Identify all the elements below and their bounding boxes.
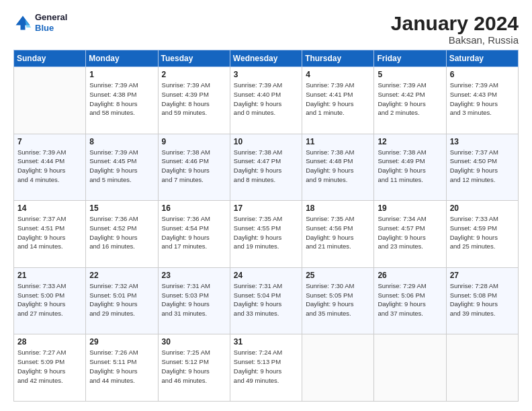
header-row: General Blue January 2024 Baksan, Russia <box>13 12 519 46</box>
day-number: 14 <box>17 203 82 213</box>
day-number: 13 <box>450 137 515 146</box>
calendar-cell: 10Sunrise: 7:38 AM Sunset: 4:47 PM Dayli… <box>230 134 302 201</box>
calendar-cell: 31Sunrise: 7:24 AM Sunset: 5:13 PM Dayli… <box>230 334 302 402</box>
cell-detail: Sunrise: 7:31 AM Sunset: 5:03 PM Dayligh… <box>162 281 226 318</box>
cell-detail: Sunrise: 7:38 AM Sunset: 4:48 PM Dayligh… <box>306 148 370 185</box>
day-number: 15 <box>89 203 154 213</box>
calendar-cell: 21Sunrise: 7:33 AM Sunset: 5:00 PM Dayli… <box>14 267 86 334</box>
week-row-1: 1Sunrise: 7:39 AM Sunset: 4:38 PM Daylig… <box>14 67 519 134</box>
cell-detail: Sunrise: 7:35 AM Sunset: 4:55 PM Dayligh… <box>234 214 298 251</box>
day-number: 25 <box>306 271 370 280</box>
main-title: January 2024 <box>391 12 519 34</box>
calendar-cell: 12Sunrise: 7:38 AM Sunset: 4:49 PM Dayli… <box>374 134 446 201</box>
calendar-cell: 30Sunrise: 7:25 AM Sunset: 5:12 PM Dayli… <box>158 334 230 402</box>
subtitle: Baksan, Russia <box>391 34 519 46</box>
week-row-4: 21Sunrise: 7:33 AM Sunset: 5:00 PM Dayli… <box>14 267 519 334</box>
calendar-cell: 29Sunrise: 7:26 AM Sunset: 5:11 PM Dayli… <box>86 334 158 402</box>
day-number: 8 <box>89 137 154 146</box>
day-number: 20 <box>450 203 515 213</box>
calendar-cell: 3Sunrise: 7:39 AM Sunset: 4:40 PM Daylig… <box>230 67 302 134</box>
calendar-cell: 13Sunrise: 7:37 AM Sunset: 4:50 PM Dayli… <box>446 134 518 201</box>
week-row-3: 14Sunrise: 7:37 AM Sunset: 4:51 PM Dayli… <box>14 201 519 268</box>
cell-detail: Sunrise: 7:39 AM Sunset: 4:44 PM Dayligh… <box>17 148 82 185</box>
cell-detail: Sunrise: 7:38 AM Sunset: 4:49 PM Dayligh… <box>378 148 442 185</box>
calendar-cell: 11Sunrise: 7:38 AM Sunset: 4:48 PM Dayli… <box>302 134 374 201</box>
title-block: January 2024 Baksan, Russia <box>391 12 519 46</box>
day-number: 23 <box>162 271 226 280</box>
day-number: 7 <box>17 137 82 146</box>
cell-detail: Sunrise: 7:37 AM Sunset: 4:51 PM Dayligh… <box>17 214 82 251</box>
day-number: 27 <box>450 271 515 280</box>
calendar-cell: 5Sunrise: 7:39 AM Sunset: 4:42 PM Daylig… <box>374 67 446 134</box>
week-row-2: 7Sunrise: 7:39 AM Sunset: 4:44 PM Daylig… <box>14 134 519 201</box>
day-number: 6 <box>450 70 515 79</box>
cell-detail: Sunrise: 7:38 AM Sunset: 4:46 PM Dayligh… <box>162 148 226 185</box>
week-row-5: 28Sunrise: 7:27 AM Sunset: 5:09 PM Dayli… <box>14 334 519 402</box>
calendar-cell: 4Sunrise: 7:39 AM Sunset: 4:41 PM Daylig… <box>302 67 374 134</box>
day-number: 16 <box>162 203 226 213</box>
day-number: 1 <box>89 70 154 79</box>
cell-detail: Sunrise: 7:39 AM Sunset: 4:38 PM Dayligh… <box>89 81 154 118</box>
calendar-cell: 7Sunrise: 7:39 AM Sunset: 4:44 PM Daylig… <box>14 134 86 201</box>
calendar-cell: 28Sunrise: 7:27 AM Sunset: 5:09 PM Dayli… <box>14 334 86 402</box>
calendar-cell: 24Sunrise: 7:31 AM Sunset: 5:04 PM Dayli… <box>230 267 302 334</box>
calendar-cell: 20Sunrise: 7:33 AM Sunset: 4:59 PM Dayli… <box>446 201 518 268</box>
cell-detail: Sunrise: 7:26 AM Sunset: 5:11 PM Dayligh… <box>89 348 154 385</box>
cell-detail: Sunrise: 7:39 AM Sunset: 4:40 PM Dayligh… <box>234 81 298 118</box>
day-number: 29 <box>89 337 154 347</box>
day-number: 24 <box>234 271 298 280</box>
calendar-cell: 22Sunrise: 7:32 AM Sunset: 5:01 PM Dayli… <box>86 267 158 334</box>
cell-detail: Sunrise: 7:38 AM Sunset: 4:47 PM Dayligh… <box>234 148 298 185</box>
calendar-cell: 16Sunrise: 7:36 AM Sunset: 4:54 PM Dayli… <box>158 201 230 268</box>
day-number: 21 <box>17 271 82 280</box>
calendar-table: Sunday Monday Tuesday Wednesday Thursday… <box>13 50 519 402</box>
calendar-cell <box>14 67 86 134</box>
calendar-cell: 27Sunrise: 7:28 AM Sunset: 5:08 PM Dayli… <box>446 267 518 334</box>
header-row-days: Sunday Monday Tuesday Wednesday Thursday… <box>14 50 519 67</box>
calendar-cell: 9Sunrise: 7:38 AM Sunset: 4:46 PM Daylig… <box>158 134 230 201</box>
day-number: 9 <box>162 137 226 146</box>
cell-detail: Sunrise: 7:36 AM Sunset: 4:54 PM Dayligh… <box>162 214 226 251</box>
calendar-cell: 19Sunrise: 7:34 AM Sunset: 4:57 PM Dayli… <box>374 201 446 268</box>
cell-detail: Sunrise: 7:30 AM Sunset: 5:05 PM Dayligh… <box>306 281 370 318</box>
cell-detail: Sunrise: 7:27 AM Sunset: 5:09 PM Dayligh… <box>17 348 82 385</box>
col-thursday: Thursday <box>302 50 374 67</box>
cell-detail: Sunrise: 7:33 AM Sunset: 5:00 PM Dayligh… <box>17 281 82 318</box>
logo: General Blue <box>13 12 67 33</box>
calendar-cell: 25Sunrise: 7:30 AM Sunset: 5:05 PM Dayli… <box>302 267 374 334</box>
cell-detail: Sunrise: 7:29 AM Sunset: 5:06 PM Dayligh… <box>378 281 442 318</box>
calendar-cell: 1Sunrise: 7:39 AM Sunset: 4:38 PM Daylig… <box>86 67 158 134</box>
cell-detail: Sunrise: 7:39 AM Sunset: 4:42 PM Dayligh… <box>378 81 442 118</box>
day-number: 28 <box>17 337 82 347</box>
calendar-page: General Blue January 2024 Baksan, Russia… <box>0 0 532 411</box>
calendar-cell: 18Sunrise: 7:35 AM Sunset: 4:56 PM Dayli… <box>302 201 374 268</box>
cell-detail: Sunrise: 7:28 AM Sunset: 5:08 PM Dayligh… <box>450 281 515 318</box>
calendar-cell <box>446 334 518 402</box>
logo-text: General Blue <box>35 12 67 33</box>
day-number: 12 <box>378 137 442 146</box>
calendar-cell: 8Sunrise: 7:39 AM Sunset: 4:45 PM Daylig… <box>86 134 158 201</box>
cell-detail: Sunrise: 7:39 AM Sunset: 4:41 PM Dayligh… <box>306 81 370 118</box>
calendar-cell: 26Sunrise: 7:29 AM Sunset: 5:06 PM Dayli… <box>374 267 446 334</box>
cell-detail: Sunrise: 7:24 AM Sunset: 5:13 PM Dayligh… <box>234 348 298 385</box>
calendar-cell <box>302 334 374 402</box>
logo-icon <box>13 13 32 32</box>
cell-detail: Sunrise: 7:32 AM Sunset: 5:01 PM Dayligh… <box>89 281 154 318</box>
calendar-cell: 14Sunrise: 7:37 AM Sunset: 4:51 PM Dayli… <box>14 201 86 268</box>
day-number: 10 <box>234 137 298 146</box>
col-sunday: Sunday <box>14 50 86 67</box>
col-friday: Friday <box>374 50 446 67</box>
svg-marker-0 <box>16 15 30 30</box>
col-tuesday: Tuesday <box>158 50 230 67</box>
calendar-cell <box>374 334 446 402</box>
day-number: 2 <box>162 70 226 79</box>
day-number: 11 <box>306 137 370 146</box>
day-number: 17 <box>234 203 298 213</box>
day-number: 31 <box>234 337 298 347</box>
cell-detail: Sunrise: 7:35 AM Sunset: 4:56 PM Dayligh… <box>306 214 370 251</box>
col-wednesday: Wednesday <box>230 50 302 67</box>
cell-detail: Sunrise: 7:39 AM Sunset: 4:39 PM Dayligh… <box>162 81 226 118</box>
day-number: 19 <box>378 203 442 213</box>
day-number: 30 <box>162 337 226 347</box>
col-monday: Monday <box>86 50 158 67</box>
